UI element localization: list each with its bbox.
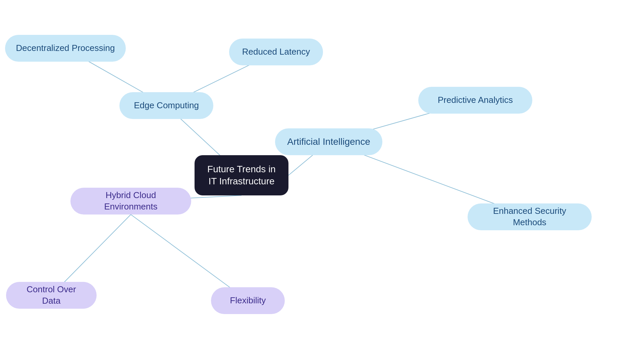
flexibility-label: Flexibility: [230, 295, 266, 306]
artificial-intelligence-label: Artificial Intelligence: [287, 136, 370, 148]
edge-computing-node: Edge Computing: [119, 92, 213, 119]
control-over-data-node: Control Over Data: [6, 282, 97, 309]
decentralized-processing-node: Decentralized Processing: [5, 35, 126, 62]
center-node-label: Future Trends in IT Infrastructure: [205, 163, 278, 188]
predictive-analytics-label: Predictive Analytics: [438, 95, 513, 106]
enhanced-security-label: Enhanced Security Methods: [478, 205, 581, 228]
decentralized-processing-label: Decentralized Processing: [16, 43, 115, 54]
artificial-intelligence-node: Artificial Intelligence: [275, 128, 382, 155]
control-over-data-label: Control Over Data: [17, 284, 86, 307]
reduced-latency-label: Reduced Latency: [242, 46, 310, 58]
predictive-analytics-node: Predictive Analytics: [418, 87, 532, 114]
reduced-latency-node: Reduced Latency: [229, 39, 323, 65]
hybrid-cloud-label: Hybrid Cloud Environments: [81, 190, 180, 213]
center-node: Future Trends in IT Infrastructure: [195, 155, 288, 195]
flexibility-node: Flexibility: [211, 287, 285, 314]
edge-computing-label: Edge Computing: [134, 100, 199, 111]
hybrid-cloud-node: Hybrid Cloud Environments: [70, 188, 191, 215]
enhanced-security-node: Enhanced Security Methods: [468, 203, 592, 230]
